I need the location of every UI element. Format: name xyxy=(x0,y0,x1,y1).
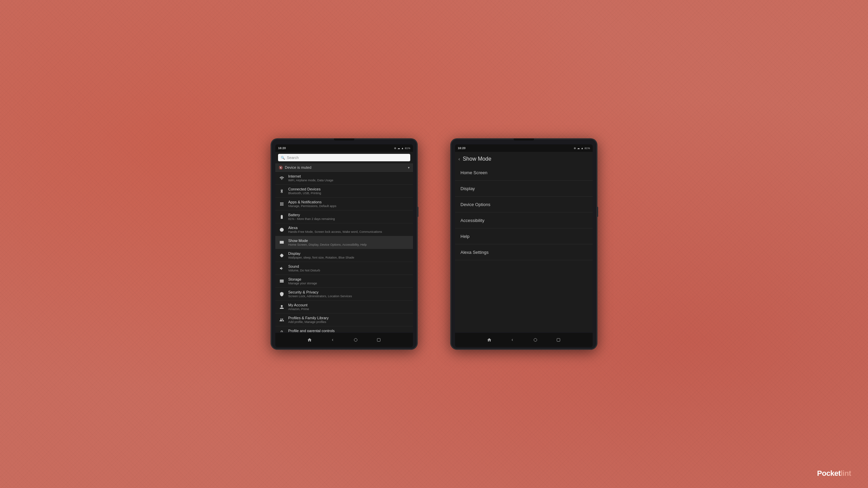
sound-subtitle: Volume, Do Not Disturb xyxy=(288,269,410,272)
internet-subtitle: WiFi, Airplane mode, Data Usage xyxy=(288,179,410,182)
settings-list: Internet WiFi, Airplane mode, Data Usage… xyxy=(275,172,413,332)
status-bar-right: 16:20 ⊕ ☁ ▲ 81% xyxy=(455,144,593,152)
settings-item-account[interactable]: My Account Amazon, Prime xyxy=(275,301,413,313)
muted-banner[interactable]: 🔇 Device is muted ▾ xyxy=(275,163,413,172)
account-icon xyxy=(279,304,285,310)
show-mode-item-display[interactable]: Display xyxy=(455,181,593,197)
brand-logo: Pocketlint xyxy=(817,469,851,478)
svg-point-0 xyxy=(280,228,284,232)
settings-item-battery[interactable]: Battery 81% - More than 2 days remaining xyxy=(275,210,413,223)
brand-lint: lint xyxy=(841,469,851,477)
brand-ocket: ocket xyxy=(822,469,841,477)
back-button-right[interactable] xyxy=(509,337,515,343)
back-arrow-button[interactable]: ‹ xyxy=(458,156,460,162)
home-button-right[interactable] xyxy=(486,337,492,343)
show-mode-header: ‹ Show Mode xyxy=(455,152,593,165)
profiles-title: Profiles & Family Library xyxy=(288,316,410,320)
svg-rect-1 xyxy=(280,241,284,243)
svg-rect-6 xyxy=(557,339,560,342)
show-mode-screen: ‹ Show Mode Home Screen Display Device O… xyxy=(455,152,593,332)
muted-banner-left: 🔇 Device is muted xyxy=(279,165,311,169)
battery-title: Battery xyxy=(288,213,410,217)
settings-item-show-mode[interactable]: Show Mode Home Screen, Display, Device O… xyxy=(275,236,413,249)
show-mode-item-help[interactable]: Help xyxy=(455,228,593,244)
help-label: Help xyxy=(460,234,470,239)
home-screen-label: Home Screen xyxy=(460,170,487,175)
storage-icon xyxy=(279,278,285,284)
parental-title: Profile and parental controls xyxy=(288,329,410,332)
right-tablet: 16:20 ⊕ ☁ ▲ 81% ‹ Show Mode Home Screen xyxy=(451,139,597,349)
show-mode-item-accessibility[interactable]: Accessibility xyxy=(455,212,593,228)
internet-text: Internet WiFi, Airplane mode, Data Usage xyxy=(288,174,410,182)
square-button-left[interactable] xyxy=(376,337,382,343)
mute-icon: 🔇 xyxy=(279,166,283,169)
back-button-left[interactable] xyxy=(330,337,336,343)
parental-icon xyxy=(279,330,285,332)
status-icons-left: ⊕ ☁ ▲ 81% xyxy=(394,147,410,150)
alexa-icon xyxy=(279,227,285,233)
wifi-icon: ▲ xyxy=(401,147,404,150)
left-tablet: 16:20 ⊕ ☁ ▲ 81% 🔍 Search 🔇 Device is mut… xyxy=(271,139,417,349)
settings-item-parental[interactable]: Profile and parental controls App Pinnin… xyxy=(275,326,413,332)
search-icon: 🔍 xyxy=(281,156,285,160)
profiles-text: Profiles & Family Library Add profile, M… xyxy=(288,316,410,324)
settings-item-display[interactable]: Display Wallpaper, sleep, font size, Rot… xyxy=(275,249,413,262)
sound-text: Sound Volume, Do Not Disturb xyxy=(288,264,410,272)
battery-subtitle: 81% - More than 2 days remaining xyxy=(288,217,410,221)
display-title: Display xyxy=(288,251,410,256)
show-mode-subtitle: Home Screen, Display, Device Options, Ac… xyxy=(288,243,410,246)
settings-item-alexa[interactable]: Alexa Hands-Free Mode, Screen lock acces… xyxy=(275,223,413,236)
recents-button-right[interactable] xyxy=(532,337,538,343)
show-mode-item-alexa-settings[interactable]: Alexa Settings xyxy=(455,244,593,260)
status-icon-2: ☁ xyxy=(397,147,400,150)
alexa-subtitle: Hands-Free Mode, Screen lock access, Wak… xyxy=(288,230,410,233)
show-mode-page-title: Show Mode xyxy=(463,156,492,162)
bottom-nav-left xyxy=(275,333,413,347)
security-subtitle: Screen Lock, Administrators, Location Se… xyxy=(288,294,410,298)
settings-item-storage[interactable]: Storage Manage your storage xyxy=(275,275,413,288)
security-icon xyxy=(279,291,285,297)
show-mode-item-device-options[interactable]: Device Options xyxy=(455,197,593,212)
storage-subtitle: Manage your storage xyxy=(288,282,410,285)
status-icon-r2: ☁ xyxy=(577,147,580,150)
status-icon-1: ⊕ xyxy=(394,147,396,150)
display-text: Display Wallpaper, sleep, font size, Rot… xyxy=(288,251,410,259)
sound-icon xyxy=(279,265,285,271)
profiles-icon xyxy=(279,317,285,323)
square-button-right[interactable] xyxy=(555,337,561,343)
home-button-left[interactable] xyxy=(307,337,313,343)
display-icon xyxy=(279,252,285,259)
account-subtitle: Amazon, Prime xyxy=(288,307,410,311)
alexa-settings-label: Alexa Settings xyxy=(460,250,489,255)
settings-item-profiles[interactable]: Profiles & Family Library Add profile, M… xyxy=(275,313,413,326)
svg-point-5 xyxy=(534,339,537,342)
apps-text: Apps & Notifications Manage, Permissions… xyxy=(288,200,410,208)
settings-item-connected-devices[interactable]: Connected Devices Bluetooth, USB, Printi… xyxy=(275,185,413,198)
security-text: Security & Privacy Screen Lock, Administ… xyxy=(288,290,410,298)
battery-icon: 81% xyxy=(405,147,410,150)
accessibility-label: Accessibility xyxy=(460,218,485,223)
show-mode-item-home-screen[interactable]: Home Screen xyxy=(455,165,593,181)
storage-text: Storage Manage your storage xyxy=(288,277,410,285)
status-icons-right: ⊕ ☁ ▲ 81% xyxy=(574,147,590,150)
settings-item-security[interactable]: Security & Privacy Screen Lock, Administ… xyxy=(275,288,413,301)
settings-item-apps[interactable]: Apps & Notifications Manage, Permissions… xyxy=(275,198,413,210)
recents-button-left[interactable] xyxy=(353,337,359,343)
connected-devices-subtitle: Bluetooth, USB, Printing xyxy=(288,191,410,195)
settings-item-internet[interactable]: Internet WiFi, Airplane mode, Data Usage xyxy=(275,172,413,185)
display-subtitle: Wallpaper, sleep, font size, Rotation, B… xyxy=(288,256,410,259)
wifi-settings-icon xyxy=(279,175,285,181)
settings-item-sound[interactable]: Sound Volume, Do Not Disturb xyxy=(275,262,413,275)
search-bar[interactable]: 🔍 Search xyxy=(278,154,410,161)
brand-p: P xyxy=(817,469,822,477)
show-mode-icon xyxy=(279,240,285,246)
battery-icon-right: 81% xyxy=(585,147,590,150)
battery-text: Battery 81% - More than 2 days remaining xyxy=(288,213,410,221)
show-mode-menu-list: Home Screen Display Device Options Acces… xyxy=(455,165,593,332)
show-mode-title: Show Mode xyxy=(288,239,410,243)
time-right: 16:20 xyxy=(458,146,466,150)
svg-point-3 xyxy=(354,339,357,342)
search-placeholder: Search xyxy=(287,156,299,160)
time-left: 16:20 xyxy=(278,146,286,150)
svg-rect-4 xyxy=(377,339,380,342)
